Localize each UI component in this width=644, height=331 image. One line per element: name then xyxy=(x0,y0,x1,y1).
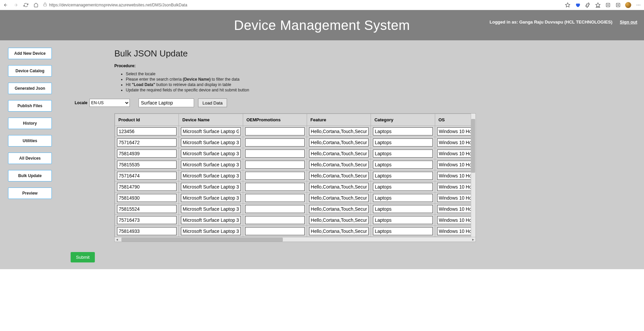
cell-input-os[interactable] xyxy=(437,150,473,158)
app-header: Device Management System Logged in as: G… xyxy=(0,10,644,40)
cell-input-product_id[interactable] xyxy=(117,138,177,147)
submit-button[interactable]: Submit xyxy=(71,252,95,262)
cell-input-feature[interactable] xyxy=(309,205,369,213)
data-table-container: Product Id Device Name OEMPromotions Fea… xyxy=(114,113,476,242)
favorite-star-icon[interactable] xyxy=(565,2,571,8)
cell-input-os[interactable] xyxy=(437,227,473,235)
cell-input-oem[interactable] xyxy=(245,183,305,191)
cell-input-category[interactable] xyxy=(373,172,432,180)
scroll-thumb[interactable] xyxy=(471,119,475,173)
cell-input-oem[interactable] xyxy=(245,138,305,147)
sidebar-history[interactable]: History xyxy=(8,118,52,129)
device-name-search-input[interactable] xyxy=(139,98,194,107)
main-content: Bulk JSON Update Procedure: Select the l… xyxy=(61,40,644,269)
cell-input-feature[interactable] xyxy=(309,216,369,224)
cell-input-feature[interactable] xyxy=(309,172,369,180)
cell-input-device_name[interactable] xyxy=(181,172,240,180)
heart-icon[interactable] xyxy=(575,2,581,8)
sidebar-all-devices[interactable]: All Devices xyxy=(8,153,52,164)
table-row xyxy=(115,181,476,193)
cell-input-category[interactable] xyxy=(373,205,432,213)
cell-input-category[interactable] xyxy=(373,194,432,202)
cell-input-device_name[interactable] xyxy=(181,150,240,158)
cell-input-product_id[interactable] xyxy=(117,127,177,135)
back-icon[interactable] xyxy=(3,2,9,8)
cell-input-feature[interactable] xyxy=(309,150,369,158)
cell-input-oem[interactable] xyxy=(245,172,305,180)
svg-marker-2 xyxy=(596,3,600,7)
cell-input-product_id[interactable] xyxy=(117,194,177,202)
cell-input-feature[interactable] xyxy=(309,194,369,202)
cell-input-feature[interactable] xyxy=(309,161,369,169)
cell-input-device_name[interactable] xyxy=(181,161,240,169)
cell-input-product_id[interactable] xyxy=(117,183,177,191)
sidebar-utilities[interactable]: Utilities xyxy=(8,135,52,147)
refresh-icon[interactable] xyxy=(23,2,29,8)
table-row xyxy=(115,215,476,226)
cell-input-feature[interactable] xyxy=(309,138,369,147)
cell-input-category[interactable] xyxy=(373,227,432,235)
cell-input-device_name[interactable] xyxy=(181,138,240,147)
cell-input-os[interactable] xyxy=(437,161,473,169)
sidebar-bulk-update[interactable]: Bulk Update xyxy=(8,170,52,181)
cell-input-feature[interactable] xyxy=(309,227,369,235)
favorites-icon[interactable] xyxy=(595,2,601,8)
forward-icon xyxy=(13,2,19,8)
cell-input-product_id[interactable] xyxy=(117,216,177,224)
more-icon[interactable]: ⋯ xyxy=(635,2,641,8)
cell-input-oem[interactable] xyxy=(245,216,305,224)
cell-input-os[interactable] xyxy=(437,194,473,202)
cell-input-device_name[interactable] xyxy=(181,227,240,235)
cell-input-product_id[interactable] xyxy=(117,150,177,158)
cell-input-oem[interactable] xyxy=(245,127,305,135)
cell-input-category[interactable] xyxy=(373,216,432,224)
app-icon[interactable] xyxy=(615,2,621,8)
cell-input-category[interactable] xyxy=(373,183,432,191)
cell-input-oem[interactable] xyxy=(245,227,305,235)
cell-input-product_id[interactable] xyxy=(117,161,177,169)
cell-input-category[interactable] xyxy=(373,138,432,147)
vertical-scrollbar[interactable] xyxy=(471,114,476,237)
cell-input-category[interactable] xyxy=(373,150,432,158)
scroll-thumb[interactable] xyxy=(121,238,283,242)
cell-input-product_id[interactable] xyxy=(117,227,177,235)
cell-input-os[interactable] xyxy=(437,127,473,135)
signout-link[interactable]: Sign out xyxy=(620,19,637,25)
profile-avatar[interactable] xyxy=(625,2,631,8)
cell-input-device_name[interactable] xyxy=(181,205,240,213)
cell-input-os[interactable] xyxy=(437,183,473,191)
cell-input-os[interactable] xyxy=(437,205,473,213)
cell-input-oem[interactable] xyxy=(245,205,305,213)
cell-input-oem[interactable] xyxy=(245,161,305,169)
locale-select[interactable]: EN-US xyxy=(89,99,130,107)
collections-icon[interactable] xyxy=(605,2,611,8)
cell-input-device_name[interactable] xyxy=(181,216,240,224)
sidebar-add-new-device[interactable]: Add New Device xyxy=(8,48,52,59)
load-data-button[interactable]: Load Data xyxy=(198,98,227,107)
cell-input-feature[interactable] xyxy=(309,183,369,191)
cell-input-device_name[interactable] xyxy=(181,194,240,202)
home-icon[interactable] xyxy=(33,2,39,8)
scroll-left-icon[interactable]: ◄ xyxy=(115,237,119,242)
cell-input-os[interactable] xyxy=(437,216,473,224)
address-bar[interactable]: https://devicemanagementcmspreview.azure… xyxy=(43,2,561,7)
cell-input-product_id[interactable] xyxy=(117,205,177,213)
horizontal-scrollbar[interactable]: ◄ ► xyxy=(115,237,476,242)
cell-input-device_name[interactable] xyxy=(181,183,240,191)
table-row xyxy=(115,170,476,181)
cell-input-device_name[interactable] xyxy=(181,127,240,135)
sidebar-generated-json[interactable]: Generated Json xyxy=(8,83,52,94)
cell-input-os[interactable] xyxy=(437,172,473,180)
cell-input-product_id[interactable] xyxy=(117,172,177,180)
sidebar-preview[interactable]: Preview xyxy=(8,188,52,199)
cell-input-os[interactable] xyxy=(437,138,473,147)
cell-input-category[interactable] xyxy=(373,127,432,135)
cell-input-feature[interactable] xyxy=(309,127,369,135)
sidebar-device-catalog[interactable]: Device Catalog xyxy=(8,65,52,77)
cell-input-oem[interactable] xyxy=(245,150,305,158)
scroll-right-icon[interactable]: ► xyxy=(471,237,476,242)
cell-input-category[interactable] xyxy=(373,161,432,169)
cell-input-oem[interactable] xyxy=(245,194,305,202)
sidebar-publish-files[interactable]: Publish Files xyxy=(8,100,52,112)
extensions-icon[interactable] xyxy=(585,2,591,8)
